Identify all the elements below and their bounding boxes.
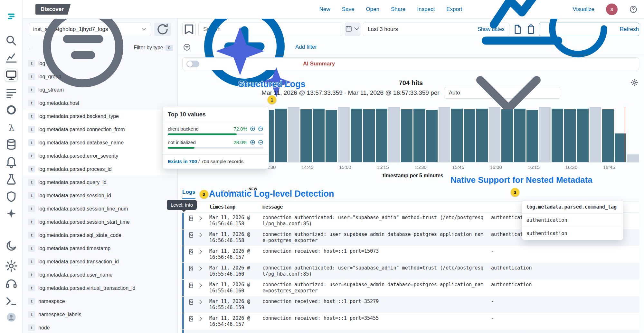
histogram-bar[interactable] [526, 110, 538, 162]
filter-for-icon[interactable] [250, 140, 255, 145]
field-item[interactable]: tlog.metadata.parsed.timestamp [23, 242, 177, 255]
histogram-bar[interactable] [300, 109, 312, 162]
expand-row-icon[interactable] [197, 215, 204, 221]
search-icon[interactable] [5, 34, 18, 47]
histogram-bar[interactable] [564, 109, 576, 162]
expand-document-icon[interactable] [188, 265, 195, 272]
ai-summary-toggle[interactable] [186, 61, 199, 67]
expand-document-icon[interactable] [188, 249, 195, 255]
field-item[interactable]: tlog.metadata.parsed.process_id [23, 162, 177, 176]
histogram-bar[interactable] [590, 107, 601, 162]
ml-icon[interactable] [5, 208, 18, 220]
field-item[interactable]: tlog_stream [23, 83, 177, 96]
functions-icon[interactable]: λ [5, 121, 18, 134]
field-item[interactable]: tlog.metadata.parsed.user_name [23, 268, 177, 281]
avatar[interactable]: s [606, 4, 618, 15]
histogram-bar[interactable] [338, 107, 350, 162]
interval-select[interactable]: Auto [444, 87, 560, 99]
histogram-bar[interactable] [413, 109, 425, 162]
filter-out-icon[interactable] [258, 126, 263, 132]
nav-link-share[interactable]: Share [391, 6, 405, 13]
histogram-bar[interactable] [464, 109, 475, 162]
field-item[interactable]: tnamespace [23, 295, 177, 308]
histogram-bar[interactable] [401, 109, 412, 162]
histogram-bar[interactable] [376, 109, 387, 162]
field-item[interactable]: tlog.metadata.parsed.session_start_time [23, 215, 177, 229]
expand-row-icon[interactable] [197, 299, 204, 305]
histogram-bar[interactable] [426, 110, 438, 162]
histogram-bar[interactable] [489, 107, 500, 162]
nav-link-new[interactable]: New [319, 6, 330, 13]
histogram-bar[interactable] [577, 109, 588, 162]
histogram-bar[interactable] [363, 109, 375, 162]
monitoring-icon[interactable] [5, 103, 18, 116]
support-icon[interactable] [5, 277, 18, 290]
tab-logs[interactable]: Logs [182, 189, 195, 199]
analytics-icon[interactable] [5, 51, 18, 64]
expand-row-icon[interactable] [197, 249, 204, 255]
chart-options-gear-icon[interactable] [630, 79, 638, 86]
nav-link-open[interactable]: Open [366, 6, 379, 13]
histogram-bar[interactable] [451, 109, 463, 162]
field-item[interactable]: tlog.metadata.parsed.query_id [23, 176, 177, 189]
field-item[interactable]: tlog.metadata.parsed.virtual_transaction… [23, 281, 177, 295]
nav-link-export[interactable]: Export [446, 6, 462, 13]
app-badge-discover[interactable]: Discover [35, 4, 71, 15]
filter-for-icon[interactable] [250, 126, 255, 132]
field-item[interactable]: tlog.metadata.parsed.connection_from [23, 123, 177, 136]
settings-icon[interactable] [5, 260, 18, 272]
dark-mode-icon[interactable] [5, 240, 18, 252]
histogram-bar[interactable] [326, 110, 337, 162]
histogram-bar[interactable] [627, 154, 639, 162]
histogram-bar[interactable] [351, 109, 362, 162]
filter-settings-icon[interactable] [183, 43, 191, 51]
nav-link-inspect[interactable]: Inspect [417, 6, 435, 13]
field-item[interactable]: tlog [23, 57, 177, 70]
histogram-bar[interactable] [313, 109, 325, 162]
expand-row-icon[interactable] [197, 265, 204, 272]
discover-icon[interactable] [5, 69, 18, 82]
visualize-button[interactable]: Visualize [474, 0, 594, 58]
expand-row-icon[interactable] [197, 316, 204, 322]
histogram-bar[interactable] [275, 109, 287, 162]
field-item[interactable]: tlog.metadata.host [23, 96, 177, 110]
field-item[interactable]: tlog.metadata.parsed.transaction_id [23, 255, 177, 268]
field-item[interactable]: tlog_group [23, 70, 177, 83]
header-message[interactable]: message [260, 204, 488, 210]
field-item[interactable]: tlog.metadata.parsed.error_severity [23, 149, 177, 162]
histogram-bar[interactable] [514, 109, 526, 162]
histogram-bar[interactable] [288, 107, 299, 162]
expand-row-icon[interactable] [197, 282, 204, 289]
histogram-bar[interactable] [439, 107, 450, 162]
field-item[interactable]: tlog.metadata.parsed.database_name [23, 136, 177, 149]
histogram-bar[interactable] [476, 109, 488, 162]
expand-document-icon[interactable] [188, 232, 195, 238]
expand-document-icon[interactable] [188, 299, 195, 305]
help-icon[interactable] [629, 5, 638, 14]
logo-icon[interactable] [5, 10, 18, 23]
exists-in-link[interactable]: Exists in 700 [168, 159, 197, 164]
expand-row-icon[interactable] [197, 232, 204, 238]
header-timestamp[interactable]: timestamp [207, 204, 260, 210]
expand-document-icon[interactable] [188, 282, 195, 289]
histogram-bar[interactable] [501, 109, 513, 162]
logs-icon[interactable] [5, 87, 18, 100]
field-item[interactable]: tlog.metadata.parsed.session_id [23, 189, 177, 202]
histogram-bar[interactable] [552, 109, 563, 162]
profile-icon[interactable] [5, 311, 18, 324]
field-item[interactable]: tlog.metadata.parsed.session_line_num [23, 202, 177, 215]
dev-tools-icon[interactable] [5, 295, 18, 308]
expand-document-icon[interactable] [188, 316, 195, 322]
saved-query-button[interactable] [182, 23, 196, 36]
field-item[interactable]: tlog.metadata.parsed.backend_type [23, 110, 177, 123]
database-icon[interactable] [5, 138, 18, 151]
field-item[interactable]: tnode [23, 321, 177, 333]
histogram-bar[interactable] [388, 107, 400, 162]
filter-out-icon[interactable] [258, 140, 263, 145]
histogram-bar[interactable] [539, 107, 551, 162]
security-icon[interactable] [5, 190, 18, 203]
field-item[interactable]: tnamespace_labels [23, 308, 177, 321]
nav-link-save[interactable]: Save [342, 6, 355, 13]
expand-document-icon[interactable] [188, 215, 195, 221]
labs-icon[interactable] [5, 173, 18, 186]
